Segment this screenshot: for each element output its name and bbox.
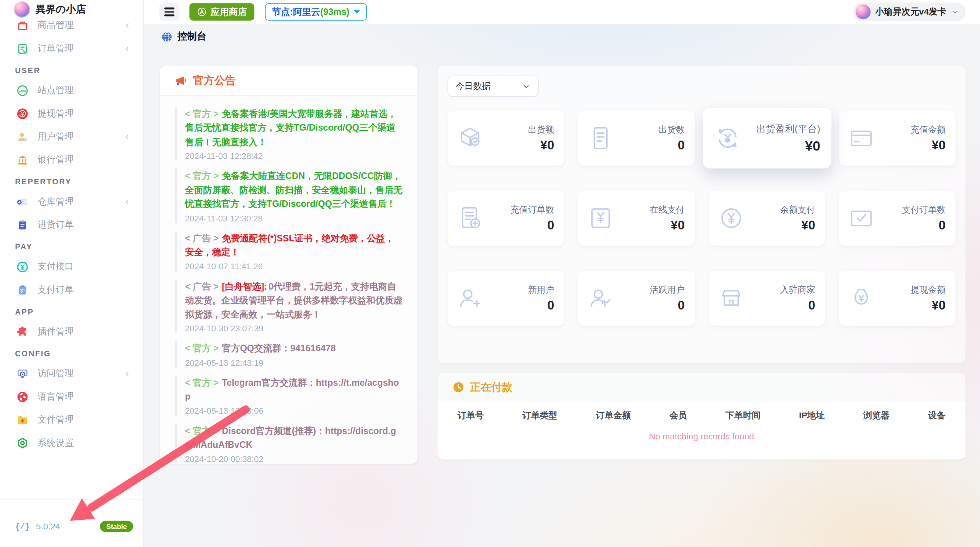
sidebar-item-label: 站点管理 (38, 84, 74, 96)
sidebar-footer-divider (0, 500, 143, 500)
page-title: 控制台 (177, 30, 206, 43)
stat-value: 0 (528, 298, 555, 313)
sidebar-item-label: 支付订单 (38, 284, 74, 296)
announcements-list: < 官方 >免备案香港/美国大宽带服务器，建站首选，售后无忧直接找官方，支持TG… (160, 96, 417, 464)
sidebar-item-label: 用户管理 (38, 131, 74, 142)
clock-icon (453, 381, 465, 393)
stat-card-online-pay: 在线支付¥0 (578, 191, 695, 246)
data-range-select[interactable]: 今日数据 (448, 75, 539, 97)
purchase-clipboard-icon (16, 218, 29, 231)
sidebar-section-app: APP (15, 308, 143, 316)
sidebar-item-label: 提现管理 (38, 108, 74, 120)
sidebar-item-files[interactable]: 文件管理 (0, 408, 143, 431)
pay-orders-icon (847, 205, 875, 232)
sidebar: 異界の小店 商品管理 订单管理 USER www (0, 0, 144, 547)
announcements-panel: 官方公告 < 官方 >免备案香港/美国大宽带服务器，建站首选，售后无忧直接找官方… (160, 66, 417, 464)
sidebar-item-users[interactable]: 用户管理 (0, 125, 143, 148)
stat-card-withdraw-amount: 提现金额¥0 (839, 271, 956, 326)
stat-card-platform-profit: 出货盈利(平台)¥0 (703, 108, 831, 169)
recharge-amount-icon (847, 124, 875, 152)
sidebar-item-sites[interactable]: www 站点管理 (0, 79, 143, 102)
balance-pay-icon (717, 205, 745, 232)
sidebar-item-warehouse[interactable]: 仓库管理 (0, 190, 143, 213)
order-doc-icon (16, 42, 29, 55)
announcement-item: < 官方 >Telegram官方交流群：https://t.me/acgshop… (175, 375, 402, 415)
column-browser: 浏览器 (863, 410, 890, 421)
merchants-icon (717, 285, 745, 312)
paying-table: 订单号 订单类型 订单金额 会员 下单时间 IP地址 浏览器 设备 No mat… (437, 401, 965, 460)
stat-value: 0 (510, 218, 554, 233)
stat-value: 0 (902, 218, 946, 233)
sidebar-item-pay-orders[interactable]: 支付订单 (0, 278, 143, 301)
console-globe-icon (161, 31, 172, 42)
empty-state-text: No matching records found (437, 431, 965, 441)
app-store-button[interactable]: 应用商店 (189, 3, 254, 21)
user-avatar (856, 4, 871, 19)
stat-label: 提现金额 (911, 284, 946, 295)
sidebar-item-plugins[interactable]: 插件管理 (0, 320, 143, 343)
shipment-count-icon (587, 124, 614, 152)
withdraw-circle-icon: ¥ (16, 107, 29, 120)
stat-card-active-users: 活跃用户0 (578, 271, 695, 326)
user-name: 小瑜异次元v4发卡 (875, 6, 946, 17)
stat-label: 在线支付 (650, 204, 684, 215)
node-select-button[interactable]: 节点:阿里云 (93ms) (265, 3, 367, 21)
announcement-body: 官方QQ交流群：941616478 (222, 343, 335, 353)
column-order-amount: 订单金额 (596, 410, 631, 421)
sidebar-item-languages[interactable]: 语言管理 (0, 385, 143, 408)
column-ip-address: IP地址 (799, 410, 825, 421)
stat-value: ¥0 (650, 218, 684, 233)
column-order-type: 订单类型 (522, 410, 557, 421)
column-device: 设备 (928, 410, 946, 421)
stat-card-new-users: 新用户0 (448, 271, 564, 326)
sidebar-item-label: 语言管理 (38, 391, 74, 403)
announcement-item: < 官方 >免备案香港/美国大宽带服务器，建站首选，售后无忧直接找官方，支持TG… (175, 107, 402, 161)
sidebar-item-settings[interactable]: 系统设置 (0, 431, 143, 454)
stat-value: ¥0 (756, 138, 820, 154)
sidebar-item-banks[interactable]: 银行管理 (0, 148, 143, 171)
stat-value: ¥0 (780, 218, 815, 233)
announcement-tag: < 广告 > (185, 233, 219, 243)
sidebar-item-withdrawals[interactable]: ¥ 提现管理 (0, 102, 143, 125)
version-row: {/} 5.0.24 Stable (15, 521, 133, 532)
data-range-value: 今日数据 (456, 81, 491, 92)
chevron-left-icon (123, 132, 132, 141)
sidebar-toggle-button[interactable] (159, 3, 179, 21)
column-member: 会员 (669, 410, 687, 421)
announcement-date: 2024-11-03 12:30:28 (185, 214, 402, 223)
chevron-down-icon (522, 82, 531, 91)
user-menu[interactable]: 小瑜异次元v4发卡 (853, 3, 965, 21)
product-box-icon (16, 19, 29, 32)
main-content: 应用商店 节点:阿里云 (93ms) 小瑜异次元v4发卡 控制台 官方公告 (144, 0, 980, 547)
language-globe-icon (16, 390, 29, 403)
svg-text:¥: ¥ (21, 111, 24, 116)
stat-label: 活跃用户 (650, 284, 684, 295)
breadcrumb: 控制台 (161, 30, 206, 43)
stat-label: 出货数 (658, 124, 685, 135)
sidebar-item-orders[interactable]: 订单管理 (0, 37, 143, 60)
paying-table-header: 订单号 订单类型 订单金额 会员 下单时间 IP地址 浏览器 设备 (437, 401, 965, 421)
announcements-title: 官方公告 (193, 73, 236, 88)
announcement-tag: < 官方 > (185, 377, 219, 387)
stat-label: 余额支付 (780, 204, 815, 215)
sidebar-item-access[interactable]: 访问管理 (0, 362, 143, 385)
app-store-label: 应用商店 (211, 6, 247, 18)
app-store-icon (197, 7, 207, 17)
shipment-amount-icon (456, 124, 484, 152)
sidebar-section-user: USER (15, 66, 143, 75)
node-latency: (93ms) (320, 7, 349, 17)
sidebar-item-purchase-orders[interactable]: 进货订单 (0, 213, 143, 236)
announcement-date: 2024-10-07 11:41:26 (185, 262, 402, 271)
node-label: 节点:阿里云 (272, 6, 320, 18)
sidebar-item-label: 仓库管理 (38, 196, 74, 208)
sidebar-item-pay-api[interactable]: 支付接口 (0, 255, 143, 278)
withdraw-amount-icon (847, 285, 875, 312)
page: 異界の小店 商品管理 订单管理 USER www (0, 0, 980, 547)
pay-api-icon (16, 260, 29, 273)
announcement-tag: < 官方 > (185, 343, 219, 353)
new-users-icon (456, 285, 484, 312)
sidebar-item-label: 订单管理 (38, 43, 74, 54)
announcement-date: 2024-11-03 12:28:42 (185, 152, 402, 161)
announcement-item: < 官方 >Discord官方频道(推荐)：https://discord.gg… (175, 424, 402, 463)
chevron-left-icon (123, 44, 132, 53)
